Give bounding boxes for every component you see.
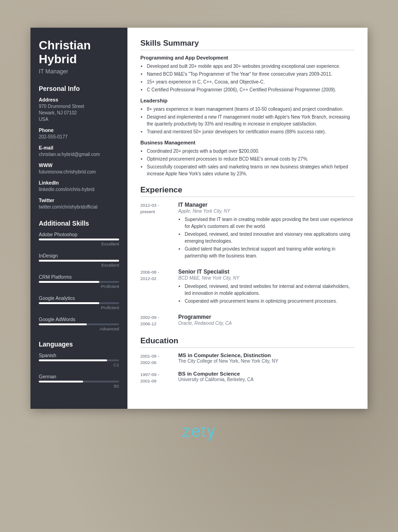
- personal-info-address: Address 970 Drummond StreetNewark, NJ 07…: [39, 97, 119, 123]
- personal-info-heading: Personal Info: [39, 85, 119, 92]
- skills-subsection-leadership: Leadership 8+ years experience in team m…: [140, 98, 355, 135]
- personal-info-phone: Phone 202-555-0177: [39, 127, 119, 140]
- bullet-item: Coordinated 20+ projects with a budget o…: [147, 148, 355, 155]
- experience-heading: Experience: [140, 185, 355, 197]
- languages-heading: Languages: [39, 341, 119, 348]
- language-spanish: Spanish C1: [39, 353, 119, 367]
- candidate-name: Christian Hybrid: [39, 39, 119, 66]
- resume-sidebar: Christian Hybrid IT Manager Personal Inf…: [30, 28, 127, 409]
- bullet-item: Guided talent that provides technical su…: [185, 245, 355, 259]
- skill-crm: CRM Platforms Proficient: [39, 274, 119, 289]
- skills-subsection-business: Business Management Coordinated 20+ proj…: [140, 140, 355, 177]
- bullet-item: Supervised the IT team in creating mobil…: [185, 216, 355, 230]
- bullet-item: Developed, reviewed, and tested innovati…: [185, 231, 355, 245]
- exp-entry-it-manager: 2012-03 -present IT Manager Apple, New Y…: [140, 202, 355, 262]
- exp-entry-programmer: 2002-09 -2006-12 Programmer Oracle, Redw…: [140, 314, 355, 328]
- bullet-item: Cooperated with procurement teams in opt…: [185, 298, 355, 305]
- bullet-item: Developed and built 20+ mobile apps and …: [147, 63, 355, 70]
- personal-info-twitter: Twitter twitter.com/chrishybridofficial: [39, 197, 119, 210]
- edu-entry-ms: 2001-09 -2002-06 MS in Computer Science,…: [140, 353, 355, 366]
- bullet-item: Trained and mentored 50+ junior develope…: [147, 128, 355, 135]
- edu-entry-bs: 1997-09 -2001-09 BS in Computer Science …: [140, 371, 355, 385]
- bullet-item: C Certified Professional Programmer (200…: [147, 86, 355, 93]
- resume-main: Skills Summary Programming and App Devel…: [127, 28, 368, 409]
- zety-brand: zety: [182, 422, 216, 441]
- skill-google-analytics: Google Analytics Proficient: [39, 295, 119, 310]
- bullet-item: Developed, reviewed, and tested websites…: [185, 283, 355, 297]
- personal-info-www: WWW futureisnow.chrishybrid.com: [39, 162, 119, 175]
- personal-info-email: E-mail christian.w.hybrid@gmail.com: [39, 145, 119, 158]
- bullet-item: 15+ years experience in C, C++, Cocoa, a…: [147, 78, 355, 85]
- skills-summary-heading: Skills Summary: [140, 39, 355, 50]
- additional-skills-heading: Additional Skills: [39, 220, 119, 227]
- bullet-item: Named BCD M&E's "Top Programmer of The Y…: [147, 71, 355, 78]
- skill-adobe-photoshop: Adobe Photoshop Excellent: [39, 232, 119, 246]
- exp-entry-senior-it: 2006-08 -2012-02 Senior IT Specialist BC…: [140, 269, 355, 307]
- language-german: German B2: [39, 374, 119, 389]
- bullet-item: 8+ years experience in team management (…: [147, 106, 355, 113]
- skill-indesign: InDesign Excellent: [39, 253, 119, 268]
- education-heading: Education: [140, 336, 355, 348]
- personal-info-linkedin: LinkedIn linkedin.com/in/chris-hybrid: [39, 180, 119, 193]
- bullet-item: Designed and implemented a new IT manage…: [147, 114, 355, 127]
- resume-document: Christian Hybrid IT Manager Personal Inf…: [30, 28, 368, 409]
- skills-subsection-programming: Programming and App Development Develope…: [140, 55, 355, 93]
- bullet-item: Successfully cooperated with sales and m…: [147, 163, 355, 177]
- candidate-title: IT Manager: [39, 68, 119, 75]
- bullet-item: Optimized procurement processes to reduc…: [147, 155, 355, 162]
- skill-google-adwords: Google AdWords Advanced: [39, 317, 119, 331]
